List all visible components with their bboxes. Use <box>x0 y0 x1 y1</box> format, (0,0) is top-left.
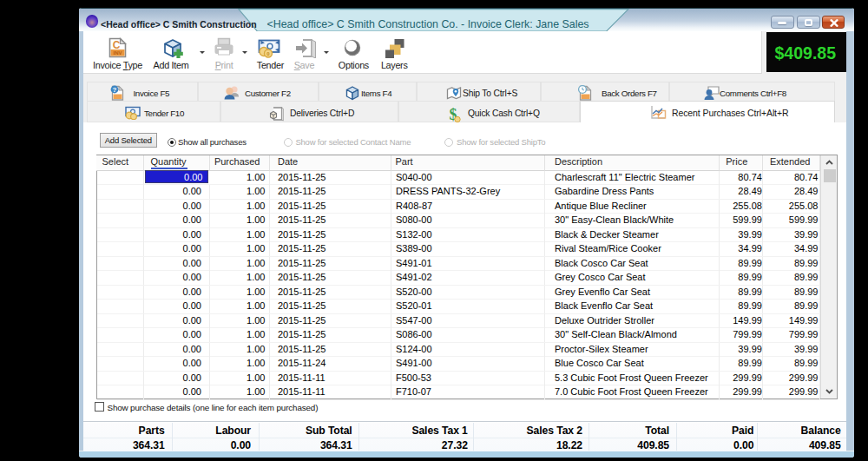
svg-text:INV: INV <box>113 50 122 56</box>
svg-text:C: C <box>113 39 121 51</box>
svg-text:?: ? <box>113 86 117 94</box>
